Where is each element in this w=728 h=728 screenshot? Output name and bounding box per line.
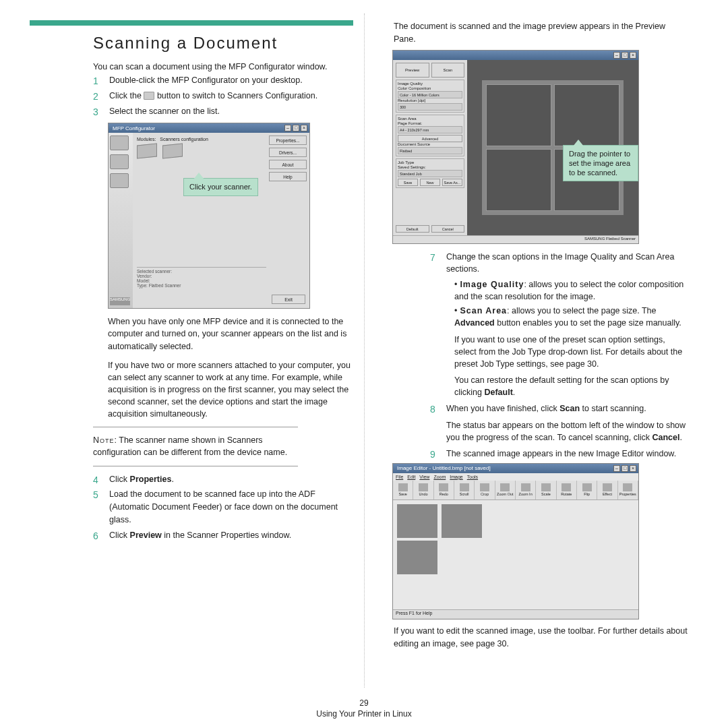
paragraph: If you want to edit the scanned image, u…: [394, 625, 688, 650]
properties-button[interactable]: Properties...: [269, 135, 307, 145]
scanner-item-icon: [137, 144, 157, 159]
tool-flip[interactable]: Flip: [577, 481, 597, 499]
screenshot-scanner-properties: –□× PreviewScan Image QualityColor Compo…: [392, 50, 639, 244]
document-source-select[interactable]: Flatbed: [398, 147, 462, 154]
tool-properties[interactable]: Properties: [618, 481, 638, 499]
maximize-icon: □: [621, 52, 628, 59]
page-title: Scanning a Document: [93, 34, 351, 53]
paragraph: You can restore the default setting for …: [454, 374, 688, 398]
tool-undo[interactable]: Undo: [413, 481, 433, 499]
about-button[interactable]: About: [269, 160, 307, 169]
minimize-icon: –: [613, 465, 620, 472]
step-6: 6Click Preview in the Scanner Properties…: [93, 529, 351, 542]
tool-scroll[interactable]: Scroll: [454, 481, 475, 499]
printer-icon: [110, 135, 129, 150]
page-footer: 29 Using Your Printer in Linux: [0, 698, 728, 719]
tool-rotate[interactable]: Rotate: [557, 481, 577, 499]
drivers-button[interactable]: Drivers...: [269, 148, 307, 157]
paragraph: If you have two or more scanners attache…: [108, 359, 351, 421]
step-7: 7Change the scan options in the Image Qu…: [430, 251, 688, 399]
intro-text: You can scan a document using the MFP Co…: [93, 62, 351, 71]
close-icon: ×: [630, 52, 636, 59]
paragraph: The document is scanned and the image pr…: [394, 20, 688, 46]
bullet-scan-area: Scan Area: allows you to select the page…: [454, 305, 688, 329]
bullet-image-quality: Image Quality: allows you to select the …: [454, 278, 688, 303]
minimize-icon: –: [284, 125, 291, 131]
save-job-button[interactable]: Save: [398, 179, 418, 186]
close-icon: ×: [630, 465, 636, 472]
default-button[interactable]: Default: [396, 225, 429, 233]
menu-bar[interactable]: FileEditViewZoomImageTools: [393, 473, 638, 481]
callout-drag-pointer: Drag the pointer to set the image area t…: [563, 145, 638, 182]
tool-effect[interactable]: Effect: [597, 481, 617, 499]
job-type-select[interactable]: Standard Job: [398, 170, 462, 177]
preview-button[interactable]: Preview: [396, 63, 429, 78]
close-icon: ×: [301, 125, 307, 131]
page-format-select[interactable]: A4 - 210x297 mm: [398, 126, 462, 133]
callout-click-scanner: Click your scanner.: [183, 178, 258, 195]
tool-scale[interactable]: Scale: [536, 481, 556, 499]
step-9: 9The scanned image appears in the new Im…: [430, 448, 688, 460]
tool-zoom-in[interactable]: Zoom In: [516, 481, 536, 499]
screenshot-mfp-configurator: MFP Configurator–□× SAMSUNG Modules: Sca…: [108, 123, 351, 309]
status-bar: Press F1 for Help: [393, 609, 638, 619]
status-bar: SAMSUNG Flatbed Scanner: [393, 235, 638, 243]
samsung-logo: SAMSUNG: [110, 297, 130, 305]
tool-redo[interactable]: Redo: [434, 481, 454, 499]
minimize-icon: –: [613, 52, 620, 59]
step-2: 2Click the button to switch to Scanners …: [93, 90, 351, 102]
tool-save[interactable]: Save: [393, 481, 413, 499]
step-8: 8When you have finished, click Scan to s…: [430, 402, 688, 444]
scanner-tab-icon: [110, 154, 129, 169]
step-5: 5Load the document to be scanned face up…: [93, 488, 351, 526]
step-1: 1Double-click the MFP Configurator on yo…: [93, 74, 351, 87]
resolution-select[interactable]: 300: [398, 103, 462, 111]
new-job-button[interactable]: New: [420, 179, 440, 186]
paragraph: When you have only one MFP device and it…: [108, 315, 351, 352]
note: Note: The scanner name shown in Scanners…: [93, 434, 298, 458]
scanner-icon: [144, 92, 154, 100]
step-3: 3Select the scanner on the list.: [93, 105, 351, 118]
maximize-icon: □: [621, 465, 628, 472]
tool-zoom-out[interactable]: Zoom Out: [495, 481, 516, 499]
maximize-icon: □: [293, 125, 299, 131]
step-4: 4Click Properties.: [93, 473, 351, 486]
device-icon: [110, 173, 129, 188]
cancel-button[interactable]: Cancel: [431, 225, 465, 233]
saveas-job-button[interactable]: Save As...: [442, 179, 462, 186]
paragraph: If you want to use one of the preset sca…: [454, 334, 688, 370]
color-select[interactable]: Color - 16 Million Colors: [398, 91, 462, 98]
help-button[interactable]: Help: [269, 172, 307, 181]
exit-button[interactable]: Exit: [272, 295, 305, 304]
advanced-button[interactable]: Advanced: [398, 135, 462, 142]
paragraph: The status bar appears on the bottom lef…: [446, 419, 688, 444]
screenshot-image-editor: Image Editor - Untitled.bmp [not saved]–…: [392, 463, 639, 619]
selected-scanner-info: Selected scanner: Vendor: Model: Type: F…: [137, 267, 266, 288]
scanner-item-icon: [162, 144, 183, 159]
scan-button[interactable]: Scan: [431, 63, 465, 78]
tool-crop[interactable]: Crop: [475, 481, 495, 499]
